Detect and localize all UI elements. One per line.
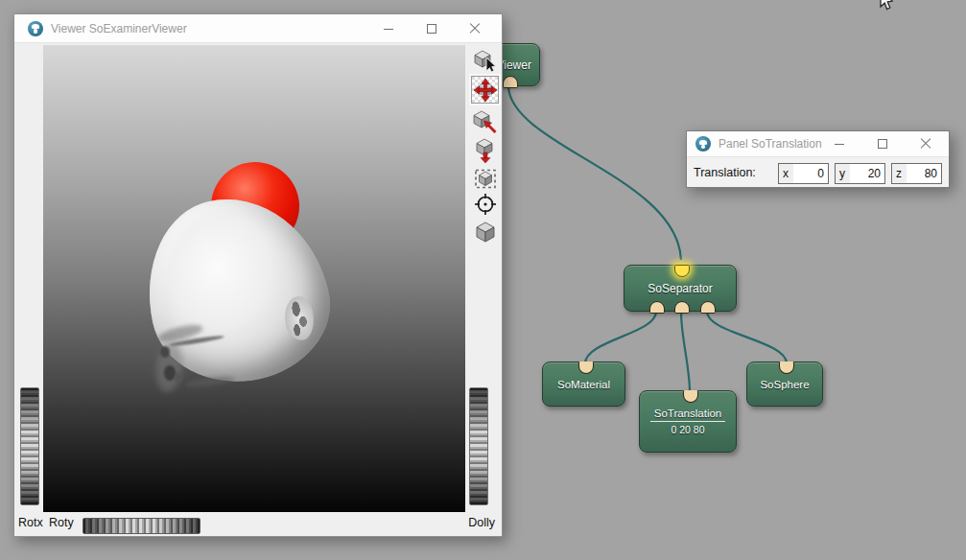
connector-sphere-input[interactable] [779,362,794,374]
minimize-icon [835,144,844,145]
3d-viewport[interactable] [43,45,465,512]
panel-window-title: Panel SoTranslation [719,137,822,151]
frame-selection-button[interactable] [471,164,499,192]
rotx-thumbwheel[interactable] [20,387,39,505]
node-label: SoSphere [760,379,809,390]
connector-separator-child-2[interactable] [674,301,690,314]
connector-viewer-output[interactable] [503,76,518,88]
viewer-window: Viewer SoExaminerViewer [13,13,503,537]
node-sosphere[interactable]: SoSphere [746,362,823,407]
node-translation-value: 0 20 80 [671,424,704,435]
panel-sotranslation-window: Panel SoTranslation Translation: x 0 y 2… [686,130,950,188]
minimize-button[interactable] [828,131,851,156]
rotx-label: Rotx [18,516,43,529]
z-value[interactable]: 80 [907,167,941,180]
x-value[interactable]: 0 [793,167,828,180]
connector-separator-child-1[interactable] [649,301,665,314]
node-sotranslation[interactable]: SoTranslation 0 20 80 [639,390,737,453]
maximize-button[interactable] [871,131,894,156]
edge-separator-translation [681,312,690,392]
view-mode-button[interactable] [471,76,499,104]
dolly-thumbwheel[interactable] [469,387,488,505]
maximize-icon [427,24,436,34]
mouse-cursor [876,0,895,13]
view-all-icon [473,138,498,163]
panel-titlebar[interactable]: Panel SoTranslation [687,131,949,157]
close-button[interactable] [460,14,489,43]
close-icon [920,138,931,150]
maximize-icon [878,139,887,149]
roty-label: Roty [49,516,74,529]
connector-separator-input-active[interactable] [674,265,690,277]
translation-label: Translation: [694,166,756,179]
camera-cube-button[interactable] [471,218,499,245]
minimize-icon [384,29,393,30]
connector-material-input[interactable] [578,362,594,374]
seek-button[interactable] [471,107,499,135]
edge-separator-sphere [707,312,787,363]
edge-separator-material [585,312,656,363]
roty-thumbwheel[interactable] [82,518,200,534]
mevislab-logo-icon [28,21,43,36]
pick-mode-icon [473,49,498,74]
mevislab-logo-icon [695,136,711,152]
mevislab-workspace: SoExaminerViewer SoSeparator SoMaterial … [0,0,966,560]
translation-x-field[interactable]: x 0 [778,163,829,184]
connector-separator-child-3[interactable] [700,301,716,314]
y-value[interactable]: 20 [850,167,884,180]
node-label: SoSeparator [648,282,712,295]
minimize-button[interactable] [374,14,403,43]
skull-nostril [160,346,170,358]
center-crosshair-button[interactable] [471,190,499,218]
close-icon [469,23,481,35]
dolly-label: Dolly [468,516,495,529]
skull-nostril [175,373,183,382]
camera-cube-icon [473,220,498,245]
x-axis-label: x [779,164,793,183]
maximize-button[interactable] [417,14,446,43]
view-mode-icon [473,78,498,103]
skull-mouth-shadow [185,375,236,388]
z-axis-label: z [892,164,907,183]
y-axis-label: y [836,164,850,183]
viewer-window-title: Viewer SoExaminerViewer [51,22,187,35]
node-soseparator[interactable]: SoSeparator [624,265,737,312]
close-button[interactable] [914,131,937,156]
translation-y-field[interactable]: y 20 [835,163,885,184]
seek-icon [473,109,498,134]
frame-selection-icon [473,166,498,191]
translation-z-field[interactable]: z 80 [891,163,942,184]
connector-translation-input[interactable] [683,390,698,403]
node-label: SoMaterial [557,379,610,390]
node-label: SoTranslation [650,408,726,422]
edge-viewer-separator [508,87,681,260]
pick-mode-button[interactable] [471,47,499,75]
view-all-button[interactable] [471,136,499,164]
node-somaterial[interactable]: SoMaterial [542,362,625,407]
center-crosshair-icon [473,192,498,217]
